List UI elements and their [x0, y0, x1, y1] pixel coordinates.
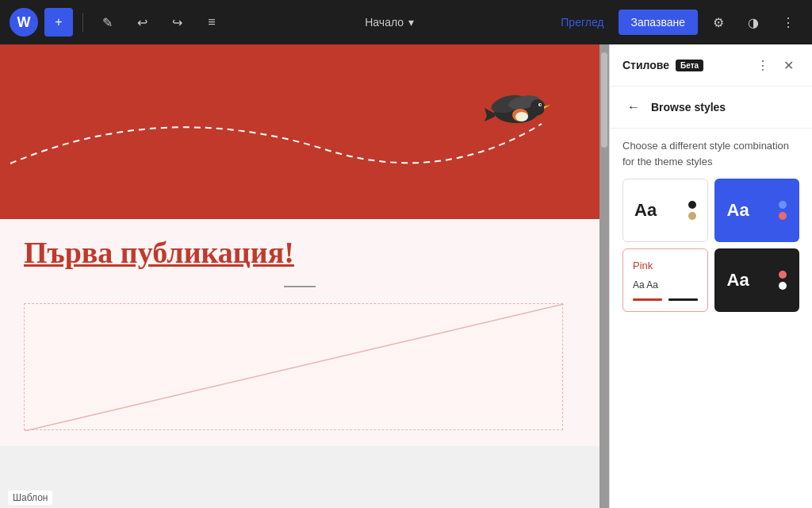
template-diagonal-decoration	[25, 304, 564, 431]
style-aa-label: Aa	[727, 270, 749, 291]
dot-white	[779, 282, 787, 290]
panel-header: Стилове Бета ⋮ ✕	[610, 44, 812, 87]
beta-badge: Бета	[676, 60, 703, 71]
vertical-scrollbar[interactable]	[599, 44, 609, 508]
undo-button[interactable]: ↩	[128, 8, 156, 37]
style-aa-label: Aa	[727, 200, 749, 221]
pink-card-title: Pink	[633, 260, 653, 271]
template-label: Шаблон	[8, 491, 52, 505]
dot-blue	[779, 201, 787, 209]
appearance-button[interactable]: ◑	[739, 8, 768, 37]
dot-pink	[779, 212, 787, 220]
save-button[interactable]: Запазване	[619, 10, 698, 35]
toolbar: W + ✎ ↩ ↪ ≡ Начало ▾ Преглед Запазване ⚙…	[0, 0, 812, 44]
toolbar-center: Начало ▾	[232, 11, 546, 33]
appearance-icon: ◑	[748, 15, 759, 30]
separator-1	[82, 13, 83, 32]
canvas-content: Първа публикация!	[0, 44, 599, 508]
list-view-icon: ≡	[208, 15, 215, 29]
dot-dark	[688, 201, 696, 209]
divider	[284, 286, 316, 287]
edit-icon: ✎	[102, 15, 113, 30]
hero-section	[0, 44, 599, 219]
add-block-button[interactable]: +	[44, 8, 73, 37]
add-icon: +	[55, 15, 62, 29]
chevron-down-icon: ▾	[408, 16, 414, 29]
more-icon: ⋮	[782, 15, 795, 30]
canvas-area: Първа публикация! Шаблон	[0, 44, 609, 508]
style-aa-label: Aa	[634, 200, 657, 221]
more-options-icon: ⋮	[756, 58, 769, 73]
dot-tan	[688, 212, 696, 220]
browse-title: Browse styles	[651, 101, 726, 114]
template-placeholder	[24, 303, 563, 430]
pink-line	[633, 298, 662, 301]
undo-icon: ↩	[137, 15, 147, 30]
close-icon: ✕	[783, 58, 794, 73]
style-card-light[interactable]: Aa	[622, 179, 708, 242]
post-title: Първа публикация!	[24, 235, 576, 270]
toolbar-right: Преглед Запазване ⚙ ◑ ⋮	[553, 8, 802, 37]
style-card-blue[interactable]: Aa	[714, 179, 800, 242]
svg-point-5	[515, 112, 528, 121]
svg-line-11	[25, 304, 564, 431]
style-card-dark[interactable]: Aa	[714, 248, 800, 312]
style-dots	[779, 201, 787, 220]
svg-marker-7	[544, 105, 550, 109]
back-icon: ←	[627, 100, 640, 114]
pink-aa-label: Aa Aa	[633, 279, 658, 291]
style-dots	[688, 201, 696, 220]
panel-title: Стилове	[622, 59, 669, 71]
style-dots	[779, 271, 787, 290]
pink-lines-row	[633, 298, 698, 301]
gear-icon: ⚙	[713, 15, 724, 30]
styles-panel: Стилове Бета ⋮ ✕ ← Browse styles Choose …	[609, 44, 812, 508]
browse-description: Choose a different style combination for…	[610, 129, 812, 179]
pink-card-row: Aa Aa	[633, 279, 658, 291]
settings-button[interactable]: ⚙	[704, 8, 733, 37]
panel-more-button[interactable]: ⋮	[752, 54, 774, 76]
black-line	[668, 298, 698, 301]
nav-title-button[interactable]: Начало ▾	[357, 11, 422, 33]
svg-point-6	[530, 99, 545, 114]
styles-grid: Aa Aa Pink Aa Aa	[610, 179, 812, 325]
bird-decoration	[481, 80, 552, 151]
main-area: Първа публикация! Шаблон Стилове Бета	[0, 44, 812, 508]
scrollbar-thumb[interactable]	[601, 52, 607, 148]
panel-header-icons: ⋮ ✕	[752, 54, 799, 76]
list-view-button[interactable]: ≡	[197, 8, 226, 37]
redo-icon: ↪	[172, 15, 182, 30]
redo-button[interactable]: ↪	[163, 8, 191, 37]
style-card-pink[interactable]: Pink Aa Aa	[622, 248, 708, 312]
edit-mode-button[interactable]: ✎	[93, 8, 121, 37]
preview-button[interactable]: Преглед	[553, 11, 611, 33]
browse-styles-header: ← Browse styles	[610, 87, 812, 129]
wp-logo[interactable]: W	[10, 8, 38, 37]
svg-point-9	[540, 104, 542, 106]
dot-pink	[779, 271, 787, 279]
back-button[interactable]: ←	[622, 96, 645, 118]
content-section: Първа публикация!	[0, 219, 599, 446]
panel-close-button[interactable]: ✕	[777, 54, 799, 76]
more-options-button[interactable]: ⋮	[774, 8, 802, 37]
